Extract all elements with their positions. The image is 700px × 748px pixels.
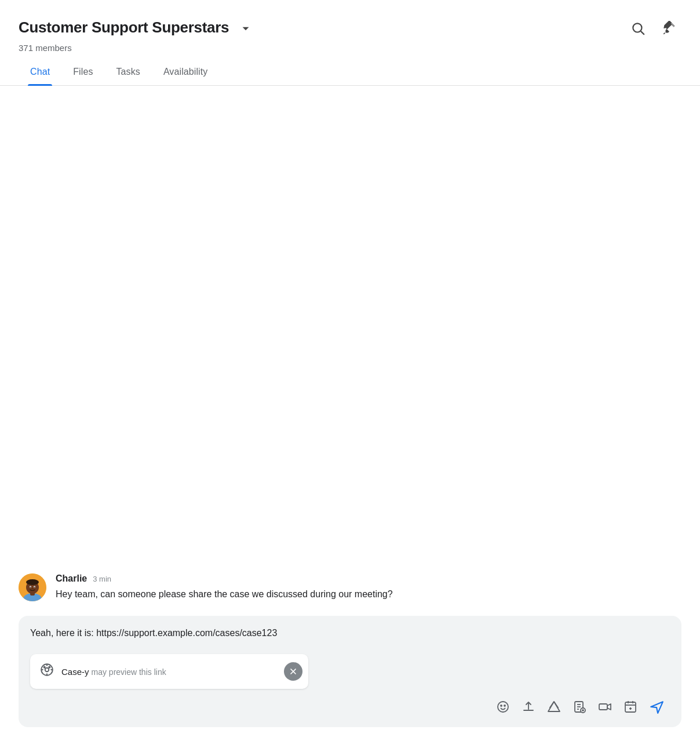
video-icon — [598, 700, 612, 714]
svg-point-0 — [633, 23, 641, 32]
svg-point-13 — [44, 667, 45, 668]
search-icon — [630, 21, 646, 36]
search-button[interactable] — [626, 16, 650, 41]
tabs: Chat Files Tasks Availability — [0, 60, 700, 86]
compose-toolbar — [30, 695, 670, 719]
send-button[interactable] — [644, 695, 669, 719]
svg-point-15 — [498, 702, 508, 712]
link-bot-icon — [39, 662, 54, 681]
tab-chat[interactable]: Chat — [19, 60, 61, 85]
message-text: Hey team, can someone please share the c… — [56, 587, 393, 602]
emoji-icon — [496, 700, 510, 714]
svg-rect-30 — [625, 702, 636, 712]
message-time: 3 min — [93, 575, 111, 583]
header-left: Customer Support Superstars 371 members — [19, 14, 258, 53]
header-actions — [626, 16, 681, 41]
group-title-row: Customer Support Superstars — [19, 14, 258, 41]
link-preview-close-button[interactable] — [284, 662, 302, 681]
drive-icon — [547, 700, 561, 714]
send-icon — [649, 699, 664, 714]
svg-rect-29 — [599, 704, 607, 710]
drive-button[interactable] — [542, 695, 566, 718]
tab-tasks[interactable]: Tasks — [104, 60, 151, 85]
message-body: Charlie 3 min Hey team, can someone plea… — [56, 573, 393, 602]
chat-area: Charlie 3 min Hey team, can someone plea… — [0, 86, 700, 748]
svg-point-11 — [32, 588, 34, 589]
svg-point-10 — [34, 587, 35, 588]
chevron-down-icon — [238, 21, 253, 36]
upload-icon — [522, 700, 535, 714]
group-dropdown-button[interactable] — [234, 16, 258, 41]
svg-marker-36 — [651, 702, 663, 713]
header: Customer Support Superstars 371 members — [0, 0, 700, 53]
sender-name: Charlie — [56, 573, 87, 584]
svg-point-9 — [30, 587, 31, 588]
svg-point-14 — [49, 667, 50, 668]
close-icon — [289, 667, 298, 676]
svg-point-17 — [504, 705, 505, 706]
svg-line-1 — [641, 31, 644, 35]
create-doc-button[interactable] — [568, 695, 591, 718]
svg-marker-18 — [548, 702, 560, 711]
svg-point-12 — [45, 668, 49, 672]
pin-button[interactable] — [657, 16, 681, 41]
svg-point-6 — [26, 579, 39, 585]
link-preview-title: Case-ymay preview this link — [61, 667, 166, 677]
svg-line-20 — [550, 702, 555, 708]
link-preview-subtitle: may preview this link — [92, 667, 166, 677]
message-item: Charlie 3 min Hey team, can someone plea… — [19, 573, 681, 602]
tab-availability[interactable]: Availability — [152, 60, 220, 85]
video-button[interactable] — [593, 695, 617, 718]
message-meta: Charlie 3 min — [56, 573, 393, 584]
svg-line-21 — [554, 702, 559, 708]
compose-input[interactable] — [30, 626, 670, 645]
group-title: Customer Support Superstars — [19, 19, 229, 37]
schedule-icon — [624, 700, 637, 714]
upload-button[interactable] — [517, 695, 540, 718]
member-count: 371 members — [19, 43, 258, 53]
avatar — [19, 573, 46, 601]
compose-box: Case-ymay preview this link — [19, 616, 681, 727]
tab-files[interactable]: Files — [61, 60, 104, 85]
schedule-button[interactable] — [619, 695, 642, 718]
link-preview-card: Case-ymay preview this link — [30, 654, 308, 689]
svg-point-16 — [501, 705, 502, 706]
create-doc-icon — [573, 700, 586, 714]
emoji-button[interactable] — [491, 695, 515, 718]
pin-icon — [662, 21, 677, 36]
